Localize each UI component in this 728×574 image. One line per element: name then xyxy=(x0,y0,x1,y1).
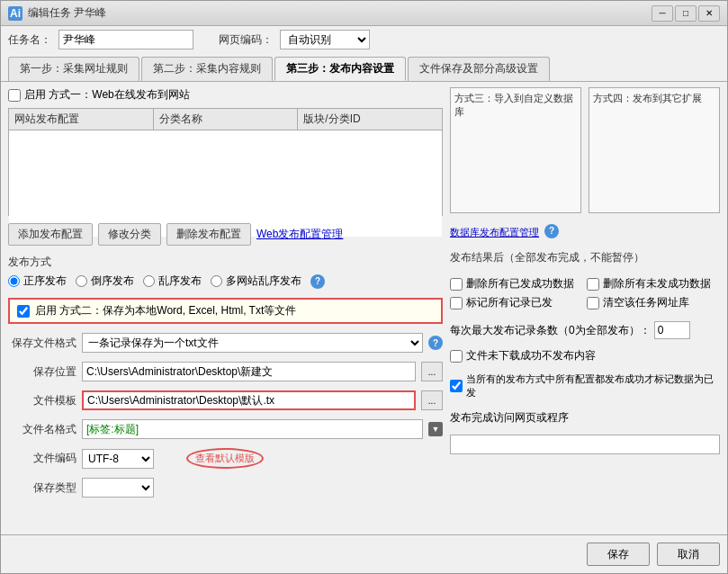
header-row: 任务名： 网页编码： 自动识别 UTF-8 GBK GB2312 xyxy=(1,26,727,53)
window-controls: ─ □ ✕ xyxy=(652,5,720,22)
left-panel: 启用 方式一：Web在线发布到网站 网站发布配置 分类名称 版块/分类ID 添加… xyxy=(8,87,443,529)
save-location-row: 保存位置 ... xyxy=(8,362,443,381)
mark-success-label[interactable]: 当所有的发布方式中所有配置都发布成功才标记数据为已发 xyxy=(450,372,720,399)
save-format-select[interactable]: 一条记录保存为一个txt文件 xyxy=(82,333,423,353)
delete-success-text: 删除所有已发成功数据 xyxy=(466,276,574,291)
file-name-help-icon[interactable]: ▼ xyxy=(428,422,443,436)
window-title: 编辑任务 尹华峰 xyxy=(28,5,106,21)
no-download-text: 文件未下载成功不发布内容 xyxy=(466,348,596,363)
col-category-id: 版块/分类ID xyxy=(298,109,442,130)
save-format-label: 保存文件格式 xyxy=(12,336,76,351)
maximize-button[interactable]: □ xyxy=(675,5,697,22)
save-button[interactable]: 保存 xyxy=(587,543,650,566)
method4-title: 方式四：发布到其它扩展 xyxy=(593,92,715,105)
multi-site-publish-text: 多网站乱序发布 xyxy=(226,274,301,289)
file-template-input[interactable] xyxy=(82,390,416,410)
reverse-publish-radio[interactable] xyxy=(76,275,87,287)
multi-site-publish-label[interactable]: 多网站乱序发布 xyxy=(211,274,301,289)
delete-fail-checkbox[interactable] xyxy=(587,278,599,291)
mark-all-sent-label[interactable]: 标记所有记录已发 xyxy=(450,295,583,310)
table-btn-row: 添加发布配置 修改分类 删除发布配置 Web发布配置管理 xyxy=(8,223,443,246)
publish-mode-help-icon[interactable]: ? xyxy=(310,274,325,289)
reverse-publish-text: 倒序发布 xyxy=(91,274,134,289)
title-bar-left: Ai 编辑任务 尹华峰 xyxy=(8,5,106,21)
mark-all-sent-checkbox[interactable] xyxy=(450,297,463,309)
col-category-name: 分类名称 xyxy=(154,109,299,130)
mark-success-checkbox[interactable] xyxy=(450,380,463,392)
delete-fail-label[interactable]: 删除所有未发成功数据 xyxy=(587,276,720,291)
publish-mode-row: 正序发布 倒序发布 乱序发布 多网站乱序发布 ? xyxy=(8,274,443,289)
save-location-input[interactable] xyxy=(82,362,416,381)
save-format-row: 保存文件格式 一条记录保存为一个txt文件 ? xyxy=(8,333,443,353)
no-download-checkbox[interactable] xyxy=(450,350,463,363)
task-name-input[interactable] xyxy=(58,30,193,49)
close-button[interactable]: ✕ xyxy=(698,5,720,22)
view-template-container: 查看默认模版 xyxy=(186,448,264,469)
app-icon: Ai xyxy=(8,6,22,21)
local-save-checkbox[interactable] xyxy=(17,305,30,318)
save-location-browse-button[interactable]: ... xyxy=(421,362,443,381)
online-publish-header: 启用 方式一：Web在线发布到网站 xyxy=(8,87,443,103)
tab-bar: 第一步：采集网址规则 第二步：采集内容规则 第三步：发布内容设置 文件保存及部分… xyxy=(1,53,727,81)
view-template-button[interactable]: 查看默认模版 xyxy=(186,448,264,469)
file-name-row: 文件名格式 ▼ xyxy=(8,419,443,439)
random-publish-label[interactable]: 乱序发布 xyxy=(143,274,202,289)
web-publish-config-management-link[interactable]: Web发布配置管理 xyxy=(256,227,343,242)
file-encoding-select[interactable]: UTF-8 GBK GB2312 xyxy=(82,449,154,469)
multi-site-publish-radio[interactable] xyxy=(211,275,222,287)
reverse-publish-label[interactable]: 倒序发布 xyxy=(76,274,134,289)
forward-publish-text: 正序发布 xyxy=(23,274,67,289)
after-publish-label: 发布结果后（全部发布完成，不能暂停） xyxy=(450,250,720,265)
delete-success-checkbox[interactable] xyxy=(450,278,463,291)
file-encoding-label: 文件编码 xyxy=(12,451,76,466)
publish-mode-label: 发布方式 xyxy=(8,256,51,268)
no-download-label[interactable]: 文件未下载成功不发布内容 xyxy=(450,348,596,363)
minimize-button[interactable]: ─ xyxy=(652,5,673,22)
col-site-config: 网站发布配置 xyxy=(9,109,154,130)
online-publish-label: 启用 方式一：Web在线发布到网站 xyxy=(24,87,190,103)
tab-step4[interactable]: 文件保存及部分高级设置 xyxy=(408,57,550,81)
delete-fail-text: 删除所有未发成功数据 xyxy=(603,276,711,291)
file-name-input[interactable] xyxy=(82,419,423,439)
task-name-label: 任务名： xyxy=(8,32,51,48)
publish-mode-section: 发布方式 正序发布 倒序发布 乱序发布 xyxy=(8,255,443,289)
random-publish-radio[interactable] xyxy=(143,275,155,287)
file-template-browse-button[interactable]: ... xyxy=(421,390,443,410)
save-location-label: 保存位置 xyxy=(12,364,76,380)
db-help-icon[interactable]: ? xyxy=(544,224,559,238)
forward-publish-label[interactable]: 正序发布 xyxy=(8,274,67,289)
method4-section: 方式四：发布到其它扩展 xyxy=(589,87,720,213)
mark-success-text: 当所有的发布方式中所有配置都发布成功才标记数据为已发 xyxy=(466,372,720,399)
online-publish-checkbox-label[interactable]: 启用 方式一：Web在线发布到网站 xyxy=(8,87,190,103)
after-publish-url-input[interactable] xyxy=(450,435,720,454)
method3-section: 方式三：导入到自定义数据库 xyxy=(450,87,581,213)
max-publish-row: 每次最大发布记录条数（0为全部发布）： xyxy=(450,321,720,339)
delete-success-label[interactable]: 删除所有已发成功数据 xyxy=(450,276,583,291)
method3-title: 方式三：导入到自定义数据库 xyxy=(454,92,577,119)
encoding-select[interactable]: 自动识别 UTF-8 GBK GB2312 xyxy=(280,30,370,49)
save-type-label: 保存类型 xyxy=(12,480,76,496)
tab-step1[interactable]: 第一步：采集网址规则 xyxy=(8,57,139,81)
forward-publish-radio[interactable] xyxy=(8,275,20,287)
publish-config-table: 网站发布配置 分类名称 版块/分类ID xyxy=(8,108,443,216)
file-template-row: 文件模板 ... xyxy=(8,390,443,410)
right-top-sections: 方式三：导入到自定义数据库 方式四：发布到其它扩展 xyxy=(450,87,720,213)
save-type-select[interactable] xyxy=(82,478,154,498)
add-publish-config-button[interactable]: 添加发布配置 xyxy=(8,223,93,246)
clear-url-db-label[interactable]: 清空该任务网址库 xyxy=(587,295,720,310)
tab-step3[interactable]: 第三步：发布内容设置 xyxy=(274,57,406,81)
max-publish-input[interactable] xyxy=(654,321,690,339)
save-type-row: 保存类型 xyxy=(8,478,443,498)
delete-publish-config-button[interactable]: 删除发布配置 xyxy=(166,223,251,246)
save-format-help-icon[interactable]: ? xyxy=(428,336,443,350)
local-save-label: 启用 方式二：保存为本地Word, Excel, Html, Txt等文件 xyxy=(35,303,296,318)
local-save-section: 启用 方式二：保存为本地Word, Excel, Html, Txt等文件 xyxy=(8,298,443,324)
online-publish-checkbox[interactable] xyxy=(8,89,21,102)
tab-step2[interactable]: 第二步：采集内容规则 xyxy=(141,57,273,81)
clear-url-db-checkbox[interactable] xyxy=(587,297,599,309)
cancel-button[interactable]: 取消 xyxy=(657,543,720,566)
db-publish-config-link[interactable]: 数据库发布配置管理 xyxy=(450,226,539,239)
main-window: Ai 编辑任务 尹华峰 ─ □ ✕ 任务名： 网页编码： 自动识别 UTF-8 … xyxy=(0,0,728,574)
after-publish-url-label: 发布完成访问网页或程序 xyxy=(450,411,569,424)
modify-category-button[interactable]: 修改分类 xyxy=(98,223,161,246)
